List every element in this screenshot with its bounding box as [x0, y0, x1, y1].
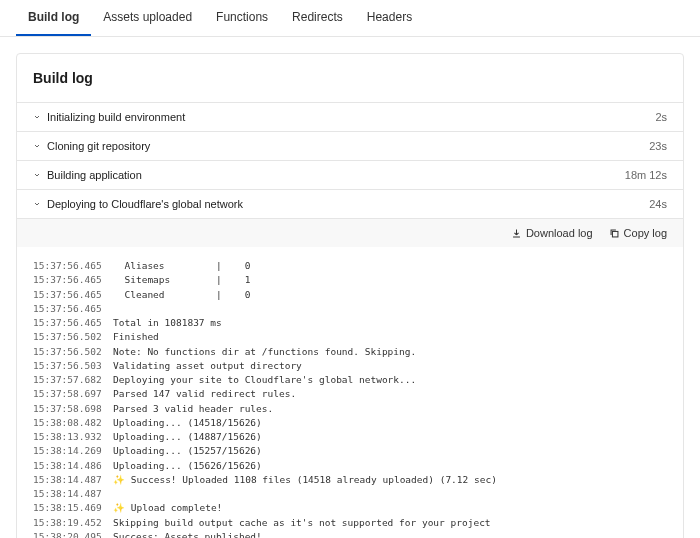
log-line: 15:38:15.469 ✨ Upload complete!	[33, 501, 667, 515]
log-line: 15:38:14.486 Uploading... (15626/15626)	[33, 459, 667, 473]
log-line: 15:37:58.698 Parsed 3 valid header rules…	[33, 402, 667, 416]
copy-icon	[609, 228, 620, 239]
log-line: 15:37:56.502 Finished	[33, 330, 667, 344]
step-label: Building application	[47, 169, 142, 181]
log-line: 15:37:56.465 Aliases | 0	[33, 259, 667, 273]
step-duration: 18m 12s	[625, 169, 667, 181]
step-label: Deploying to Cloudflare's global network	[47, 198, 243, 210]
step-duration: 24s	[649, 198, 667, 210]
log-line: 15:38:14.487	[33, 487, 667, 501]
download-log-label: Download log	[526, 227, 593, 239]
log-line: 15:38:08.482 Uploading... (14518/15626)	[33, 416, 667, 430]
build-step[interactable]: Building application18m 12s	[17, 160, 683, 189]
tabs-nav: Build logAssets uploadedFunctionsRedirec…	[0, 0, 700, 37]
copy-log-button[interactable]: Copy log	[609, 227, 667, 239]
step-label: Cloning git repository	[47, 140, 150, 152]
build-step[interactable]: Deploying to Cloudflare's global network…	[17, 189, 683, 218]
step-duration: 23s	[649, 140, 667, 152]
build-step[interactable]: Cloning git repository23s	[17, 131, 683, 160]
panel-title: Build log	[17, 54, 683, 102]
chevron-down-icon	[33, 142, 41, 150]
download-log-button[interactable]: Download log	[511, 227, 593, 239]
log-line: 15:38:14.487 ✨ Success! Uploaded 1108 fi…	[33, 473, 667, 487]
tab-build-log[interactable]: Build log	[16, 0, 91, 36]
log-line: 15:37:57.682 Deploying your site to Clou…	[33, 373, 667, 387]
log-line: 15:38:13.932 Uploading... (14887/15626)	[33, 430, 667, 444]
tab-headers[interactable]: Headers	[355, 0, 424, 36]
tab-functions[interactable]: Functions	[204, 0, 280, 36]
log-line: 15:38:14.269 Uploading... (15257/15626)	[33, 444, 667, 458]
chevron-down-icon	[33, 171, 41, 179]
log-actions: Download log Copy log	[17, 218, 683, 247]
log-line: 15:37:56.465	[33, 302, 667, 316]
log-line: 15:38:20.495 Success: Assets published!	[33, 530, 667, 538]
log-line: 15:37:56.503 Validating asset output dir…	[33, 359, 667, 373]
tab-redirects[interactable]: Redirects	[280, 0, 355, 36]
log-line: 15:37:58.697 Parsed 147 valid redirect r…	[33, 387, 667, 401]
build-log-panel: Build log Initializing build environment…	[16, 53, 684, 538]
log-line: 15:38:19.452 Skipping build output cache…	[33, 516, 667, 530]
download-icon	[511, 228, 522, 239]
svg-rect-0	[612, 231, 618, 237]
tab-assets-uploaded[interactable]: Assets uploaded	[91, 0, 204, 36]
log-line: 15:37:56.502 Note: No functions dir at /…	[33, 345, 667, 359]
log-line: 15:37:56.465 Total in 1081837 ms	[33, 316, 667, 330]
build-step[interactable]: Initializing build environment2s	[17, 102, 683, 131]
log-line: 15:37:56.465 Sitemaps | 1	[33, 273, 667, 287]
chevron-down-icon	[33, 113, 41, 121]
log-line: 15:37:56.465 Cleaned | 0	[33, 288, 667, 302]
step-label: Initializing build environment	[47, 111, 185, 123]
step-duration: 2s	[655, 111, 667, 123]
copy-log-label: Copy log	[624, 227, 667, 239]
chevron-down-icon	[33, 200, 41, 208]
log-output: 15:37:56.465 Aliases | 015:37:56.465 Sit…	[17, 247, 683, 538]
